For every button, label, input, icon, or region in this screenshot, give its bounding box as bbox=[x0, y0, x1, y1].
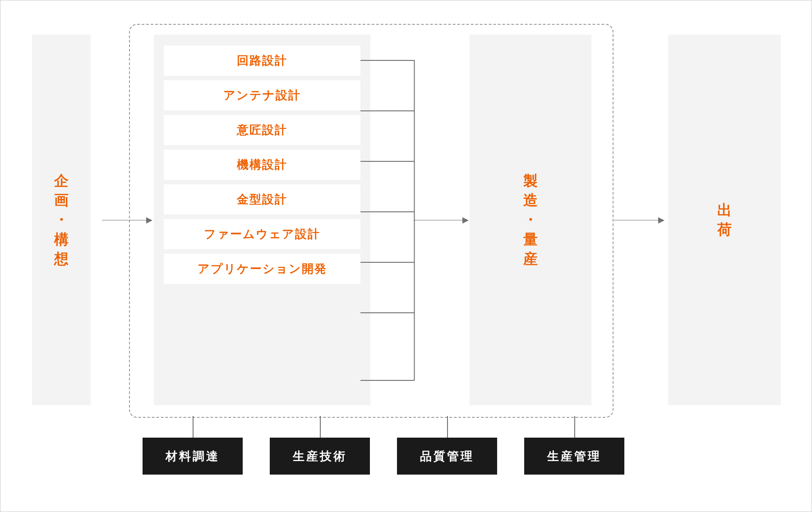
support-box: 材料調達 bbox=[143, 438, 243, 475]
stage-manufacture: 製 造 ・ 量 産 bbox=[470, 35, 591, 405]
stage-plan-label: 企 画 ・ 構 想 bbox=[32, 35, 91, 405]
design-item: 回路設計 bbox=[164, 46, 360, 76]
stage-design: 回路設計 アンテナ設計 意匠設計 機構設計 金型設計 ファームウェア設計 アプリ… bbox=[154, 35, 370, 405]
design-item: 意匠設計 bbox=[164, 115, 360, 145]
support-box: 生産管理 bbox=[524, 438, 624, 475]
stage-ship-label: 出 荷 bbox=[668, 35, 781, 405]
diagram-canvas: 企 画 ・ 構 想 回路設計 アンテナ設計 意匠設計 機構設計 金型設計 ファー… bbox=[0, 0, 812, 512]
support-box: 品質管理 bbox=[397, 438, 497, 475]
design-item: 機構設計 bbox=[164, 150, 360, 180]
stage-plan: 企 画 ・ 構 想 bbox=[32, 35, 91, 405]
support-connector bbox=[320, 416, 321, 438]
arrow-plan-to-design bbox=[102, 220, 152, 220]
stage-manufacture-label: 製 造 ・ 量 産 bbox=[470, 35, 591, 405]
diagram-stage: 企 画 ・ 構 想 回路設計 アンテナ設計 意匠設計 機構設計 金型設計 ファー… bbox=[9, 9, 803, 503]
design-item: ファームウェア設計 bbox=[164, 219, 360, 249]
support-box: 生産技術 bbox=[270, 438, 370, 475]
support-connector bbox=[447, 416, 448, 438]
stage-ship: 出 荷 bbox=[668, 35, 781, 405]
design-item: アンテナ設計 bbox=[164, 80, 360, 110]
arrow-manufacture-to-ship bbox=[614, 220, 664, 220]
support-connector bbox=[193, 416, 194, 438]
arrow-design-to-manufacture bbox=[414, 220, 468, 220]
design-item: 金型設計 bbox=[164, 184, 360, 215]
support-connector bbox=[574, 416, 575, 438]
design-item: アプリケーション開発 bbox=[164, 254, 360, 284]
